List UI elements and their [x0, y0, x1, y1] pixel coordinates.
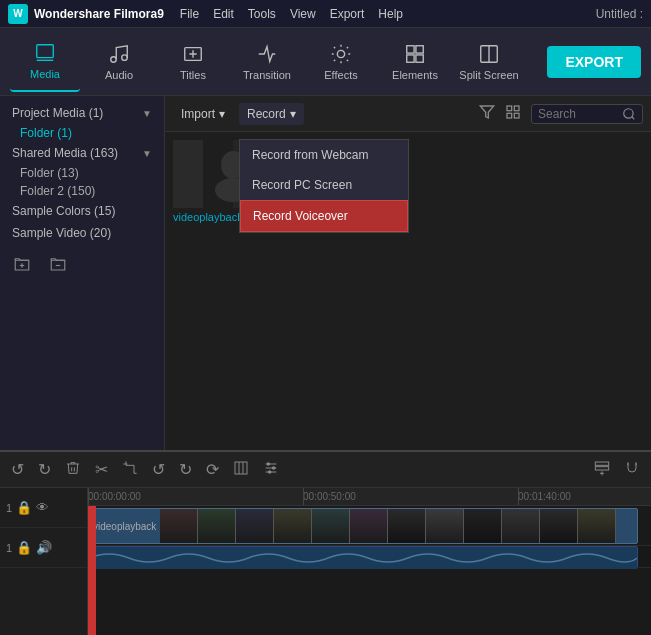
ruler-mark-50: 00:00:50:00 — [303, 488, 356, 505]
menu-tools[interactable]: Tools — [248, 7, 276, 21]
timeline-tracks-sidebar: 1 🔒 👁 1 🔒 🔊 — [0, 488, 88, 635]
crop-button[interactable] — [119, 457, 141, 483]
svg-line-21 — [632, 116, 635, 119]
audio-lock-icon[interactable]: 🔒 — [16, 540, 32, 555]
redo-button[interactable]: ↻ — [35, 457, 54, 482]
svg-rect-39 — [595, 466, 608, 469]
transform-button[interactable] — [230, 457, 252, 483]
timeline-ruler: 00:00:00:00 00:00:50:00 00:01:40:00 — [88, 488, 651, 506]
frame-cell — [198, 509, 236, 544]
undo-button[interactable]: ↺ — [8, 457, 27, 482]
toolbar-splitscreen[interactable]: Split Screen — [454, 32, 524, 92]
sidebar-sub-folder2[interactable]: Folder 2 (150) — [0, 182, 164, 200]
frame-cell — [502, 509, 540, 544]
add-track-button[interactable] — [591, 457, 613, 483]
rotate-button[interactable]: ⟳ — [203, 457, 222, 482]
video-track: videoplayback — [88, 506, 651, 546]
toolbar-effects[interactable]: Effects — [306, 32, 376, 92]
svg-rect-19 — [514, 113, 519, 118]
svg-rect-6 — [407, 45, 414, 52]
frame-cell — [540, 509, 578, 544]
toolbar-media[interactable]: Media — [10, 32, 80, 92]
chevron-down-icon-record: ▾ — [290, 107, 296, 121]
timeline-main: 00:00:00:00 00:00:50:00 00:01:40:00 vide… — [88, 488, 651, 635]
toolbar-audio[interactable]: Audio — [84, 32, 154, 92]
svg-rect-44 — [89, 547, 637, 569]
sidebar-item-project-media[interactable]: Project Media (1) ▼ — [0, 102, 164, 124]
sidebar-sub-folder13[interactable]: Folder (13) — [0, 164, 164, 182]
menu-edit[interactable]: Edit — [213, 7, 234, 21]
export-button[interactable]: EXPORT — [547, 46, 641, 78]
top-bar: W Wondershare Filmora9 File Edit Tools V… — [0, 0, 651, 28]
delete-button[interactable] — [62, 457, 84, 483]
forward-button[interactable]: ↻ — [176, 457, 195, 482]
window-title: Untitled : — [596, 7, 643, 21]
main-content: Project Media (1) ▼ Folder (1) Shared Me… — [0, 96, 651, 450]
ruler-mark-0: 00:00:00:00 — [88, 488, 141, 505]
video-track-label: 1 🔒 👁 — [0, 488, 87, 528]
record-button[interactable]: Record ▾ — [239, 103, 304, 125]
ruler-mark-100: 00:01:40:00 — [518, 488, 571, 505]
grid-icon[interactable] — [505, 104, 521, 123]
chevron-icon-shared: ▼ — [142, 148, 152, 159]
menu-file[interactable]: File — [180, 7, 199, 21]
svg-rect-38 — [595, 462, 608, 465]
record-dropdown: Record ▾ Record from Webcam Record PC Sc… — [239, 103, 304, 125]
speaker-icon[interactable]: 🔊 — [36, 540, 52, 555]
sidebar-sub-folder1[interactable]: Folder (1) — [0, 124, 164, 142]
svg-marker-15 — [480, 106, 493, 118]
adjust-button[interactable] — [260, 457, 282, 483]
frame-cell — [578, 509, 616, 544]
timeline-right-controls — [591, 457, 643, 483]
frame-strip — [160, 509, 616, 543]
audio-track-number: 1 — [6, 542, 12, 554]
toolbar-titles[interactable]: Titles — [158, 32, 228, 92]
toolbar-transition[interactable]: Transition — [232, 32, 302, 92]
frame-cell — [236, 509, 274, 544]
filter-icon[interactable] — [479, 104, 495, 123]
svg-point-20 — [624, 108, 633, 117]
video-track-number: 1 — [6, 502, 12, 514]
import-button[interactable]: Import ▾ — [173, 103, 233, 125]
svg-rect-29 — [235, 462, 247, 474]
lock-icon[interactable]: 🔒 — [16, 500, 32, 515]
record-pc-screen[interactable]: Record PC Screen — [240, 170, 408, 200]
app-logo: W Wondershare Filmora9 — [8, 4, 164, 24]
menu-export[interactable]: Export — [330, 7, 365, 21]
search-box[interactable] — [531, 104, 643, 124]
sidebar-item-shared-media[interactable]: Shared Media (163) ▼ — [0, 142, 164, 164]
frame-cell — [274, 509, 312, 544]
eye-icon[interactable]: 👁 — [36, 500, 49, 515]
add-folder-button[interactable] — [8, 250, 36, 278]
audio-track-label: 1 🔒 🔊 — [0, 528, 87, 568]
media-toolbar: Import ▾ Record ▾ Record from Webcam Rec… — [165, 96, 651, 132]
svg-point-5 — [337, 50, 344, 57]
audio-clip[interactable] — [88, 546, 638, 568]
video-clip[interactable]: videoplayback — [88, 508, 638, 544]
record-menu: Record from Webcam Record PC Screen Reco… — [239, 139, 409, 233]
svg-rect-9 — [416, 54, 423, 61]
magnet-button[interactable] — [621, 457, 643, 483]
search-input[interactable] — [538, 107, 618, 121]
svg-point-35 — [267, 462, 270, 465]
sidebar-item-sample-colors[interactable]: Sample Colors (15) — [0, 200, 164, 222]
svg-rect-7 — [416, 45, 423, 52]
menu-view[interactable]: View — [290, 7, 316, 21]
media-area: Import ▾ Record ▾ Record from Webcam Rec… — [165, 96, 651, 450]
cut-button[interactable]: ✂ — [92, 457, 111, 482]
remove-folder-button[interactable] — [44, 250, 72, 278]
menu-help[interactable]: Help — [378, 7, 403, 21]
svg-rect-0 — [37, 44, 54, 57]
sidebar-item-sample-video[interactable]: Sample Video (20) — [0, 222, 164, 244]
record-webcam[interactable]: Record from Webcam — [240, 140, 408, 170]
toolbar-elements[interactable]: Elements — [380, 32, 450, 92]
svg-rect-18 — [507, 113, 512, 118]
svg-point-3 — [122, 54, 128, 59]
frame-cell — [388, 509, 426, 544]
svg-point-37 — [268, 470, 271, 473]
playhead-bar — [88, 506, 96, 635]
media-item-label: videoplayback — [173, 211, 243, 223]
record-voiceover[interactable]: Record Voiceover — [240, 200, 408, 232]
timeline-tracks: videoplayback — [88, 506, 651, 635]
back-button[interactable]: ↺ — [149, 457, 168, 482]
